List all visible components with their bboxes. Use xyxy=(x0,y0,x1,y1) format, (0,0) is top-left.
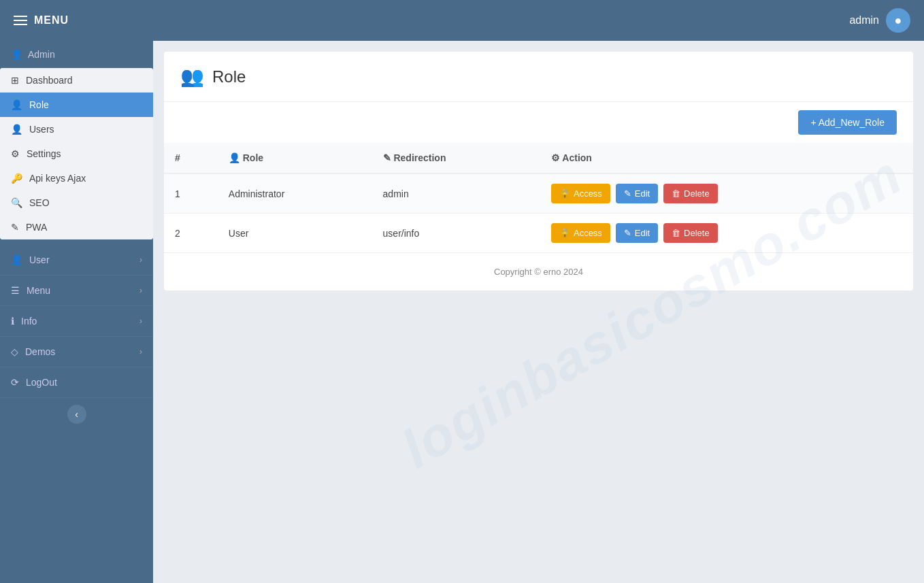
col-redirection: ✎ Redirection xyxy=(372,143,540,173)
chevron-right-icon: › xyxy=(139,255,142,265)
sidebar-nav-info[interactable]: ℹ Info › xyxy=(0,306,153,337)
sidebar-item-settings[interactable]: ⚙ Settings xyxy=(0,141,153,166)
edit-label: Edit xyxy=(635,188,650,199)
access-label: Access xyxy=(574,228,602,238)
sidebar-nav-menu[interactable]: ☰ Menu › xyxy=(0,276,153,306)
logout-nav-icon: ⟳ xyxy=(11,377,19,388)
page-title-icon: 👥 xyxy=(180,65,204,88)
col-num: # xyxy=(164,143,218,173)
nav-item-left: ℹ Info xyxy=(11,316,37,327)
sidebar-item-label: Role xyxy=(29,99,49,110)
nav-item-left: ☰ Menu xyxy=(11,285,50,296)
sidebar-item-label: PWA xyxy=(26,222,47,233)
admin-submenu: ⊞ Dashboard 👤 Role 👤 Users ⚙ Settings 🔑 … xyxy=(0,68,153,239)
top-header: MENU admin ● xyxy=(0,0,924,41)
sidebar-collapse-button[interactable]: ‹ xyxy=(67,405,86,424)
sidebar-nav-demos[interactable]: ◇ Demos › xyxy=(0,337,153,367)
table-row: 1 Administrator admin 🔒 Access ✎ Edit xyxy=(164,173,913,214)
role-icon: 👤 xyxy=(11,99,22,110)
hamburger-menu-icon[interactable] xyxy=(14,16,27,25)
col-role: 👤 Role xyxy=(218,143,372,173)
nav-item-label: Demos xyxy=(25,346,55,357)
add-new-role-button[interactable]: + Add_New_Role xyxy=(798,110,897,135)
nav-item-left: ⟳ LogOut xyxy=(11,377,57,388)
user-nav-icon: 👤 xyxy=(11,254,22,265)
sidebar-item-label: Api keys Ajax xyxy=(29,173,86,184)
nav-item-label: Menu xyxy=(27,285,50,296)
nav-item-label: User xyxy=(29,254,50,265)
row1-role: Administrator xyxy=(218,173,372,214)
row2-num: 2 xyxy=(164,214,218,253)
pwa-icon: ✎ xyxy=(11,222,19,233)
edit-icon: ✎ xyxy=(624,228,631,238)
col-num-label: # xyxy=(175,152,180,163)
sidebar-item-dashboard[interactable]: ⊞ Dashboard xyxy=(0,68,153,93)
edit-label: Edit xyxy=(635,228,650,238)
admin-section-header: 👤 Admin xyxy=(0,41,153,68)
search-icon: 🔍 xyxy=(11,197,22,208)
sidebar-item-label: SEO xyxy=(29,197,50,208)
trash-icon: 🗑 xyxy=(672,188,680,199)
edit-icon: ✎ xyxy=(624,188,631,199)
sidebar: 👤 Admin ⊞ Dashboard 👤 Role 👤 Users ⚙ Set… xyxy=(0,41,153,583)
page-title: Role xyxy=(212,67,246,86)
admin-person-icon: 👤 xyxy=(11,49,22,60)
settings-icon: ⚙ xyxy=(11,148,20,159)
sidebar-nav-user[interactable]: 👤 User › xyxy=(0,245,153,276)
action-col-icon: ⚙ xyxy=(551,152,562,163)
chevron-right-icon: › xyxy=(139,316,142,326)
admin-section-label: Admin xyxy=(28,49,55,60)
role-col-icon: 👤 xyxy=(229,152,243,163)
sidebar-item-label: Dashboard xyxy=(26,75,73,86)
sidebar-item-api-keys[interactable]: 🔑 Api keys Ajax xyxy=(0,166,153,190)
menu-label: MENU xyxy=(34,14,69,27)
nav-item-label: Info xyxy=(21,316,37,327)
header-left: MENU xyxy=(14,14,69,27)
sidebar-item-users[interactable]: 👤 Users xyxy=(0,117,153,141)
row2-redirection: user/info xyxy=(372,214,540,253)
row1-redirection: admin xyxy=(372,173,540,214)
content-area: loginbasicosmo.com 👥 Role + Add_New_Role… xyxy=(153,41,924,583)
user-avatar[interactable]: ● xyxy=(886,8,910,33)
row2-delete-button[interactable]: 🗑 Delete xyxy=(663,223,718,243)
key-icon: 🔑 xyxy=(11,173,22,184)
avatar-icon: ● xyxy=(895,14,902,28)
roles-table: # 👤 Role ✎ Redirection ⚙ Action xyxy=(164,143,913,253)
redirect-col-icon: ✎ xyxy=(383,152,394,163)
lock-icon: 🔒 xyxy=(559,188,570,199)
row2-access-button[interactable]: 🔒 Access xyxy=(551,223,610,243)
row1-delete-button[interactable]: 🗑 Delete xyxy=(663,184,718,203)
nav-item-left: ◇ Demos xyxy=(11,346,55,357)
delete-label: Delete xyxy=(684,228,710,238)
chevron-right-icon: › xyxy=(139,286,142,295)
col-redirection-label: Redirection xyxy=(393,152,446,163)
row1-edit-button[interactable]: ✎ Edit xyxy=(616,184,658,203)
col-action-label: Action xyxy=(562,152,592,163)
sidebar-item-label: Users xyxy=(29,124,54,135)
toolbar-bar: + Add_New_Role xyxy=(164,102,913,143)
row1-num: 1 xyxy=(164,173,218,214)
menu-nav-icon: ☰ xyxy=(11,285,20,296)
main-layout: 👤 Admin ⊞ Dashboard 👤 Role 👤 Users ⚙ Set… xyxy=(0,41,924,583)
access-label: Access xyxy=(574,188,602,199)
row2-edit-button[interactable]: ✎ Edit xyxy=(616,223,658,243)
copyright-text: Copyright © erno 2024 xyxy=(164,253,913,290)
header-right: admin ● xyxy=(849,8,910,33)
table-header-row: # 👤 Role ✎ Redirection ⚙ Action xyxy=(164,143,913,173)
collapse-icon: ‹ xyxy=(75,409,78,420)
row1-actions: 🔒 Access ✎ Edit 🗑 Delete xyxy=(540,173,913,214)
table-row: 2 User user/info 🔒 Access ✎ Edit xyxy=(164,214,913,253)
sidebar-nav-logout[interactable]: ⟳ LogOut xyxy=(0,367,153,398)
row1-access-button[interactable]: 🔒 Access xyxy=(551,184,610,203)
trash-icon: 🗑 xyxy=(672,228,680,238)
nav-item-left: 👤 User xyxy=(11,254,50,265)
chevron-right-icon: › xyxy=(139,347,142,356)
col-role-label: Role xyxy=(243,152,263,163)
sidebar-item-pwa[interactable]: ✎ PWA xyxy=(0,215,153,239)
sidebar-item-role[interactable]: 👤 Role xyxy=(0,93,153,117)
nav-item-label: LogOut xyxy=(26,377,57,388)
sidebar-item-seo[interactable]: 🔍 SEO xyxy=(0,190,153,215)
page-title-bar: 👥 Role xyxy=(164,52,913,102)
header-username: admin xyxy=(849,14,879,27)
lock-icon: 🔒 xyxy=(559,228,570,238)
